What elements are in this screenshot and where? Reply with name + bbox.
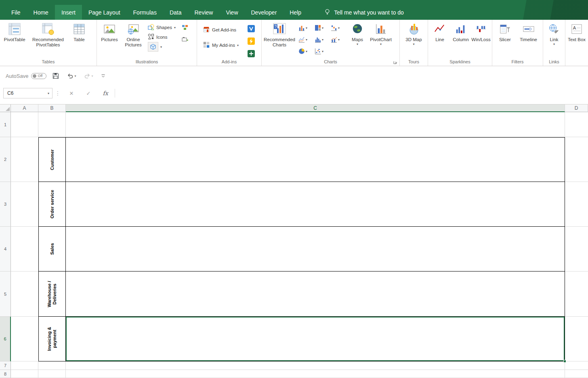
cell-C6-selected[interactable] xyxy=(66,317,565,361)
cell-B7[interactable] xyxy=(38,361,66,370)
cell-B1[interactable] xyxy=(38,112,66,137)
row-header-4[interactable]: 4 xyxy=(0,227,11,271)
cell-A3[interactable] xyxy=(11,182,38,227)
screenshot-button[interactable] xyxy=(180,35,190,44)
cell-B3-lane-order-service[interactable]: Order service xyxy=(38,182,66,227)
cell-D3[interactable] xyxy=(565,182,588,227)
sparkline-column-button[interactable]: Column xyxy=(449,21,472,59)
enter-button[interactable]: ✓ xyxy=(80,88,97,98)
recommended-charts-button[interactable]: ? Recommended Charts xyxy=(263,21,296,59)
statistic-chart-button[interactable]: ▾ xyxy=(315,35,328,44)
pictures-button[interactable]: Pictures xyxy=(98,21,121,59)
row-header-8[interactable]: 8 xyxy=(0,370,11,378)
tab-developer[interactable]: Developer xyxy=(245,5,284,20)
cell-C1[interactable] xyxy=(66,112,565,137)
cell-A2[interactable] xyxy=(11,137,38,182)
3d-map-button[interactable]: 3D Map ▾ xyxy=(402,21,426,59)
tab-view[interactable]: View xyxy=(219,5,244,20)
pinned-addin-button-2[interactable] xyxy=(246,36,256,46)
sparkline-winloss-button[interactable]: Win/Loss xyxy=(472,21,490,59)
tab-help[interactable]: Help xyxy=(283,5,308,20)
cell-A5[interactable] xyxy=(11,271,38,317)
tab-data[interactable]: Data xyxy=(163,5,188,20)
pinned-addin-button-3[interactable] xyxy=(246,49,256,58)
tab-formulas[interactable]: Formulas xyxy=(127,5,163,20)
row-header-7[interactable]: 7 xyxy=(0,361,11,370)
cell-A8[interactable] xyxy=(11,370,38,378)
combo-chart-button[interactable]: ▾ xyxy=(331,35,344,44)
cell-C4[interactable] xyxy=(66,227,565,271)
sparkline-line-button[interactable]: Line xyxy=(430,21,449,59)
slicer-button[interactable]: Slicer xyxy=(494,21,516,59)
select-all-button[interactable] xyxy=(0,104,11,112)
cell-B8[interactable] xyxy=(38,370,66,378)
pivottable-button[interactable]: PivotTable xyxy=(1,21,28,59)
my-addins-button[interactable]: My Add-ins ▾ xyxy=(201,40,244,50)
tab-file[interactable]: File xyxy=(5,5,27,20)
redo-button[interactable]: ▾ xyxy=(82,71,95,81)
row-header-3[interactable]: 3 xyxy=(0,182,11,227)
column-header-b[interactable]: B xyxy=(38,104,66,112)
save-button[interactable] xyxy=(50,71,61,81)
get-addins-button[interactable]: Get Add-ins xyxy=(201,25,244,35)
cell-C5[interactable] xyxy=(66,271,565,317)
row-header-2[interactable]: 2 xyxy=(0,137,11,182)
cell-B4-lane-sales[interactable]: Sales xyxy=(38,227,66,271)
tab-home[interactable]: Home xyxy=(27,5,55,20)
formula-input[interactable] xyxy=(118,88,588,98)
tab-insert[interactable]: Insert xyxy=(55,5,82,20)
cell-D1[interactable] xyxy=(565,112,588,137)
timeline-button[interactable]: Timeline xyxy=(516,21,541,59)
pie-doughnut-chart-button[interactable]: ▾ xyxy=(298,47,312,56)
cell-C3[interactable] xyxy=(66,182,565,227)
recommended-pivottables-button[interactable]: Recommended PivotTables xyxy=(28,21,68,59)
insert-function-button[interactable]: fx xyxy=(97,88,114,98)
cell-D5[interactable] xyxy=(565,271,588,317)
column-header-a[interactable]: A xyxy=(11,104,38,112)
undo-button[interactable]: ▾ xyxy=(65,71,78,81)
shapes-button[interactable]: Shapes ▾ xyxy=(146,23,180,32)
cell-A6[interactable] xyxy=(11,317,38,361)
table-button[interactable]: Table xyxy=(68,21,90,59)
column-header-c[interactable]: C xyxy=(66,104,565,112)
text-box-button[interactable]: A Text Box xyxy=(567,21,587,59)
line-area-chart-button[interactable]: ▾ xyxy=(298,35,312,44)
cell-D4[interactable] xyxy=(565,227,588,271)
row-header-1[interactable]: 1 xyxy=(0,112,11,137)
scatter-bubble-chart-button[interactable]: ▾ xyxy=(315,47,328,56)
charts-dialog-launcher[interactable] xyxy=(393,59,398,65)
pivotchart-button[interactable]: PivotChart ▾ xyxy=(368,21,394,59)
column-bar-chart-button[interactable]: ▾ xyxy=(298,23,312,32)
row-header-6[interactable]: 6 xyxy=(0,317,11,361)
cell-D8[interactable] xyxy=(565,370,588,378)
cell-D2[interactable] xyxy=(565,137,588,182)
tell-me-box[interactable]: Tell me what you want to do xyxy=(317,5,410,20)
name-box[interactable]: C6 ▾ xyxy=(3,88,52,98)
link-button[interactable]: Link ▾ xyxy=(544,21,564,59)
cell-A1[interactable] xyxy=(11,112,38,137)
cell-D6[interactable] xyxy=(565,317,588,361)
3d-models-button[interactable]: ▾ xyxy=(146,42,180,52)
pinned-addin-button-1[interactable] xyxy=(246,24,256,33)
smartart-button[interactable] xyxy=(180,23,190,32)
cell-A7[interactable] xyxy=(11,361,38,370)
cell-D7[interactable] xyxy=(565,361,588,370)
cell-B6-lane-invoicing-payment[interactable]: Invoicing & payment xyxy=(38,317,66,361)
column-header-d[interactable]: D xyxy=(565,104,588,112)
tab-review[interactable]: Review xyxy=(188,5,220,20)
row-header-5[interactable]: 5 xyxy=(0,271,11,317)
autosave-toggle[interactable]: Off xyxy=(31,73,46,79)
online-pictures-button[interactable]: Online Pictures xyxy=(121,21,146,59)
cell-C7[interactable] xyxy=(66,361,565,370)
cell-A4[interactable] xyxy=(11,227,38,271)
customize-qat-button[interactable] xyxy=(99,72,107,80)
cell-C2[interactable] xyxy=(66,137,565,182)
fill-handle[interactable] xyxy=(563,360,566,363)
cell-B5-lane-warehouse-deliveries[interactable]: Warehouse / Deliveries xyxy=(38,271,66,317)
maps-button[interactable]: Maps ▾ xyxy=(347,21,368,59)
tab-page-layout[interactable]: Page Layout xyxy=(82,5,127,20)
cell-B2-lane-customer[interactable]: Customer xyxy=(38,137,66,182)
icons-button[interactable]: Icons xyxy=(146,32,180,42)
cancel-button[interactable]: ✕ xyxy=(63,88,80,98)
cell-C8[interactable] xyxy=(66,370,565,378)
